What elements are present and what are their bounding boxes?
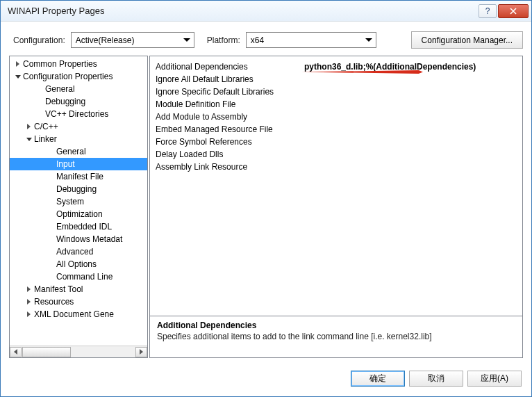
expander-open-icon[interactable] (25, 136, 33, 143)
property-value[interactable]: python36_d.lib;%(AdditionalDependencies) (301, 62, 519, 72)
tree-item-label: Common Properties (23, 59, 97, 69)
tree-item[interactable]: General (10, 145, 147, 158)
property-label: Delay Loaded Dlls (153, 149, 301, 159)
expander-none (47, 248, 55, 256)
tree-item[interactable]: Manifest Tool (10, 283, 147, 295)
tree-item[interactable]: Debugging (10, 95, 147, 108)
expander-none (47, 198, 55, 206)
tree-item-label: Debugging (45, 97, 85, 106)
tree-item[interactable]: VC++ Directories (10, 108, 147, 120)
window-title: WINAPI Property Pages (8, 6, 479, 16)
tree-item-label: Debugging (56, 184, 97, 194)
tree-item[interactable]: Common Properties (10, 58, 147, 70)
property-label: Force Symbol References (153, 137, 301, 147)
tree-item-label: Manifest File (56, 172, 103, 181)
property-row[interactable]: Force Symbol References (153, 136, 519, 148)
platform-label: Platform: (207, 35, 240, 45)
property-row[interactable]: Ignore Specific Default Libraries (153, 86, 519, 98)
expander-closed-icon[interactable] (25, 123, 33, 131)
expander-closed-icon[interactable] (25, 298, 33, 306)
tree-item-label: Advanced (56, 247, 93, 257)
expander-none (47, 273, 55, 281)
tree-item-label: Embedded IDL (56, 222, 112, 232)
tree-item[interactable]: All Options (10, 258, 147, 270)
property-row[interactable]: Delay Loaded Dlls (153, 148, 519, 161)
titlebar: WINAPI Property Pages ? (1, 1, 531, 22)
expander-none (47, 261, 55, 268)
tree-item[interactable]: Embedded IDL (10, 220, 147, 233)
close-icon (510, 8, 517, 15)
property-label: Embed Managed Resource File (153, 124, 301, 134)
tree-item[interactable]: Optimization (10, 208, 147, 220)
expander-closed-icon[interactable] (25, 286, 33, 293)
chevron-down-icon (363, 33, 375, 47)
tree-item-label: Linker (34, 134, 57, 144)
expander-none (36, 98, 44, 106)
tree-item-label: XML Document Gene (34, 309, 114, 319)
tree-item-label: Command Line (56, 272, 113, 282)
tree-item[interactable]: Debugging (10, 183, 147, 195)
tree-item-label: Windows Metadat (56, 234, 122, 244)
tree-item-label: Input (56, 159, 75, 169)
expander-none (47, 186, 55, 193)
tree-item-label: C/C++ (34, 122, 58, 131)
property-row[interactable]: Ignore All Default Libraries (153, 73, 519, 86)
expander-none (47, 223, 55, 231)
property-row[interactable]: Additional Dependenciespython36_d.lib;%(… (153, 60, 519, 73)
description-pane: Additional Dependencies Specifies additi… (150, 316, 522, 357)
property-panel: Additional Dependenciespython36_d.lib;%(… (149, 56, 523, 358)
description-title: Additional Dependencies (157, 321, 515, 330)
tree-item[interactable]: C/C++ (10, 120, 147, 133)
property-label: Ignore Specific Default Libraries (153, 87, 301, 97)
expander-none (47, 161, 55, 168)
tree-item-label: VC++ Directories (45, 109, 108, 119)
tree-item[interactable]: General (10, 83, 147, 95)
platform-value: x64 (251, 35, 264, 45)
tree-item[interactable]: Windows Metadat (10, 233, 147, 245)
property-row[interactable]: Assembly Link Resource (153, 161, 519, 173)
platform-combo[interactable]: x64 (246, 32, 376, 48)
tree-item[interactable]: Command Line (10, 270, 147, 283)
property-row[interactable]: Embed Managed Resource File (153, 123, 519, 136)
tree-item[interactable]: Configuration Properties (10, 70, 147, 83)
property-label: Assembly Link Resource (153, 162, 301, 172)
horizontal-scrollbar[interactable] (10, 346, 147, 357)
tree-item[interactable]: System (10, 195, 147, 208)
expander-closed-icon[interactable] (14, 60, 22, 68)
body: Common PropertiesConfiguration Propertie… (1, 56, 531, 364)
ok-button[interactable]: 确定 (351, 371, 405, 387)
property-row[interactable]: Module Definition File (153, 98, 519, 111)
property-label: Additional Dependencies (153, 62, 301, 72)
tree-item[interactable]: Manifest File (10, 170, 147, 183)
tree-item[interactable]: Advanced (10, 245, 147, 258)
tree-item[interactable]: XML Document Gene (10, 308, 147, 321)
help-icon: ? (485, 6, 490, 16)
close-button[interactable] (498, 4, 529, 18)
tree-panel: Common PropertiesConfiguration Propertie… (9, 56, 148, 358)
tree-item[interactable]: Linker (10, 133, 147, 145)
expander-none (36, 111, 44, 118)
expander-open-icon[interactable] (14, 73, 22, 81)
tree-item[interactable]: Resources (10, 295, 147, 308)
tree-item[interactable]: Input (10, 158, 147, 170)
expander-none (47, 148, 55, 156)
scroll-left-button[interactable] (10, 347, 22, 357)
tree-item-label: Configuration Properties (23, 72, 113, 81)
scroll-right-button[interactable] (135, 347, 147, 357)
cancel-button[interactable]: 取消 (409, 371, 463, 387)
tree-item-label: Optimization (56, 209, 103, 219)
configuration-combo[interactable]: Active(Release) (71, 32, 194, 48)
tree-item-label: Manifest Tool (34, 284, 83, 294)
expander-none (47, 236, 55, 243)
configuration-manager-button[interactable]: Configuration Manager... (411, 31, 523, 49)
apply-button[interactable]: 应用(A) (467, 371, 522, 387)
scroll-thumb[interactable] (22, 347, 71, 357)
tree[interactable]: Common PropertiesConfiguration Propertie… (10, 56, 147, 346)
dialog-buttons: 确定 取消 应用(A) (1, 364, 531, 396)
tree-item-label: All Options (56, 259, 97, 269)
help-button[interactable]: ? (479, 4, 497, 18)
property-row[interactable]: Add Module to Assembly (153, 111, 519, 123)
expander-closed-icon[interactable] (25, 311, 33, 318)
chevron-down-icon (181, 33, 193, 47)
configuration-value: Active(Release) (76, 35, 135, 45)
